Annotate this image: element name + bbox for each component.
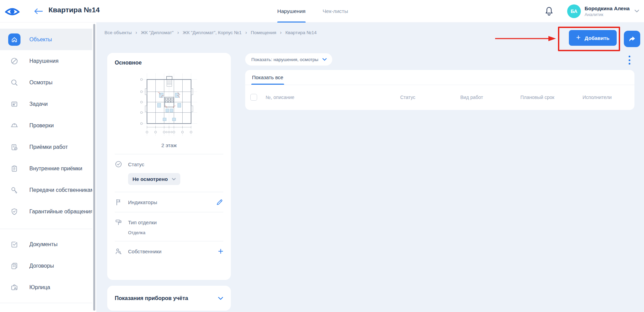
sidebar-item-violations[interactable]: Нарушения — [0, 50, 93, 72]
clipboard-check-icon — [8, 141, 20, 153]
sidebar-item-label: Передачи собственникам — [29, 187, 94, 193]
show-filter-dropdown[interactable]: Показать: нарушения, осмотры — [245, 53, 332, 66]
status-label: Статус — [128, 161, 144, 167]
page-title: Квартира №14 — [48, 6, 100, 14]
floor-plan-image[interactable] — [137, 71, 201, 140]
user-avatar[interactable]: БА — [567, 4, 581, 18]
breadcrumb: Все объекты › ЖК "Дипломат" › ЖК "Диплом… — [104, 30, 317, 35]
sidebar-item-contracts[interactable]: Договоры — [0, 255, 93, 276]
sidebar-item-label: Задачи — [29, 101, 48, 107]
sidebar-item-work-acceptances[interactable]: Приёмки работ — [0, 136, 93, 158]
app-logo-eye-icon[interactable] — [4, 5, 20, 17]
user-role: Аналитик — [585, 12, 603, 17]
main-content: Все объекты › ЖК "Дипломат" › ЖК "Диплом… — [96, 23, 644, 312]
sidebar-item-label: Проверки — [29, 123, 54, 129]
meters-card-title: Показания приборов учёта — [115, 295, 188, 301]
breadcrumb-item[interactable]: Все объекты — [104, 30, 132, 35]
back-arrow-icon[interactable] — [33, 8, 43, 14]
sidebar-item-inspections[interactable]: Осмотры — [0, 72, 93, 93]
finish-type-label: Тип отделки — [128, 219, 157, 225]
sidebar-item-tasks[interactable]: Задачи — [0, 93, 93, 115]
card-divider — [115, 192, 223, 192]
info-card-title: Основное — [115, 60, 223, 66]
contracts-icon — [8, 260, 20, 272]
briefcase-person-icon — [8, 281, 20, 294]
chevron-down-icon — [172, 178, 176, 181]
share-button[interactable] — [624, 31, 640, 47]
column-header-work-type: Вид работ — [460, 95, 483, 100]
sidebar-item-label: Внутренние приёмки — [29, 166, 82, 172]
sidebar-item-internal-acceptances[interactable]: Внутренние приёмки — [0, 158, 93, 179]
plus-icon: + — [218, 248, 223, 255]
card-divider — [115, 212, 223, 212]
add-button-label: Добавить — [585, 35, 610, 41]
sidebar-divider — [0, 229, 93, 229]
check-circle-icon — [115, 160, 122, 168]
sidebar-item-documents[interactable]: Документы — [0, 233, 93, 255]
add-button[interactable]: + Добавить — [569, 30, 617, 46]
notification-bell-icon[interactable] — [544, 6, 554, 16]
owners-row: Собственники + — [115, 247, 223, 255]
tab-show-all[interactable]: Показать все — [251, 70, 284, 85]
meters-readings-card[interactable]: Показания приборов учёта — [107, 286, 231, 311]
breadcrumb-item-current: Квартира №14 — [285, 30, 317, 35]
avatar-initials: БА — [571, 9, 577, 14]
status-dropdown[interactable]: Не осмотрено — [128, 173, 180, 185]
hard-hat-icon — [8, 119, 20, 132]
status-value: Не осмотрено — [132, 176, 168, 182]
sidebar-item-legal-entities[interactable]: Юрлица — [0, 276, 93, 298]
annotation-arrow — [494, 35, 557, 42]
indicators-label: Индикаторы — [128, 199, 157, 205]
finish-type-value: Отделка — [128, 230, 223, 235]
building-icon — [8, 33, 20, 46]
more-options-kebab-icon[interactable] — [627, 55, 632, 65]
column-header-number-description: №, описание — [266, 95, 294, 100]
card-divider — [115, 154, 223, 154]
plus-icon: + — [576, 34, 580, 41]
flag-icon — [115, 198, 122, 206]
paint-roller-icon — [115, 218, 122, 226]
column-header-assignees: Исполнители — [583, 95, 612, 100]
status-row: Статус — [115, 160, 223, 168]
sidebar-item-checks[interactable]: Проверки — [0, 115, 93, 136]
breadcrumb-separator: › — [177, 30, 179, 35]
add-owner-button[interactable]: + — [218, 248, 223, 255]
sidebar-scrollbar[interactable] — [93, 24, 95, 311]
chevron-down-icon — [218, 297, 223, 300]
sidebar-item-label: Объекты — [29, 37, 52, 43]
sidebar-item-label: Осмотры — [29, 80, 53, 86]
sidebar-item-label: Юрлица — [29, 284, 50, 290]
sidebar-item-label: Нарушения — [29, 58, 58, 64]
violations-list-panel: Показать все №, описание Статус Вид рабо… — [245, 70, 634, 110]
breadcrumb-item[interactable]: ЖК "Дипломат", Корпус №1 — [183, 30, 242, 35]
sidebar-item-label: Документы — [29, 241, 57, 247]
owners-label: Собственники — [128, 249, 162, 254]
user-name: Бородкина Алена — [585, 5, 630, 11]
finish-type-row: Тип отделки — [115, 218, 223, 226]
tab-violations[interactable]: Нарушения — [277, 0, 306, 23]
list-tab-bar: Показать все — [245, 70, 634, 85]
select-all-checkbox[interactable] — [250, 94, 257, 101]
pencil-icon — [216, 198, 223, 206]
breadcrumb-item[interactable]: ЖК "Дипломат" — [141, 30, 173, 35]
floor-caption: 2 этаж — [115, 142, 223, 148]
header-tabs: Нарушения Чек-листы — [277, 0, 348, 23]
column-header-planned-date: Плановый срок — [520, 95, 554, 100]
magnifier-icon — [8, 76, 20, 89]
task-card-icon — [8, 98, 20, 110]
sidebar-item-owner-handovers[interactable]: Передачи собственникам — [0, 179, 93, 201]
app-header: Квартира №14 Нарушения Чек-листы БА Боро… — [0, 0, 644, 23]
sidebar-divider — [0, 303, 93, 303]
breadcrumb-item[interactable]: Помещения — [251, 30, 276, 35]
sidebar-item-objects[interactable]: Объекты — [0, 29, 93, 50]
filter-label: Показать: нарушения, осмотры — [251, 57, 318, 62]
sidebar-item-warranty-claims[interactable]: Гарантийные обращения — [0, 201, 93, 222]
breadcrumb-separator: › — [280, 30, 282, 35]
tab-checklists[interactable]: Чек-листы — [323, 0, 348, 23]
sidebar-item-label: Приёмки работ — [29, 144, 68, 150]
user-menu-chevron-down-icon[interactable] — [634, 10, 639, 13]
sidebar-nav: Объекты Нарушения Осмотры Задачи Проверк… — [0, 23, 93, 312]
edit-indicators-button[interactable] — [216, 198, 223, 206]
column-header-status: Статус — [400, 95, 415, 100]
breadcrumb-separator: › — [136, 30, 137, 35]
